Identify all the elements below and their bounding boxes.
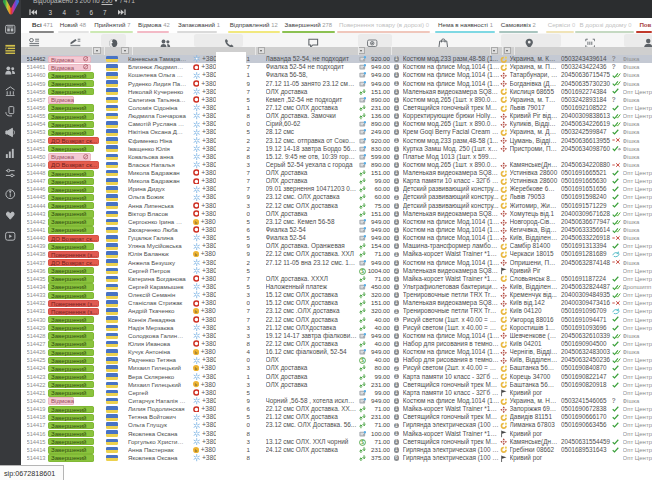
svg-text:lc: lc: [194, 448, 197, 452]
svg-text:lc: lc: [194, 253, 197, 257]
svg-text:lc: lc: [194, 350, 197, 354]
svg-text:lc: lc: [194, 220, 197, 224]
svg-text:lc: lc: [194, 367, 197, 371]
svg-text:lc: lc: [194, 383, 197, 387]
svg-text:lc: lc: [194, 310, 197, 314]
